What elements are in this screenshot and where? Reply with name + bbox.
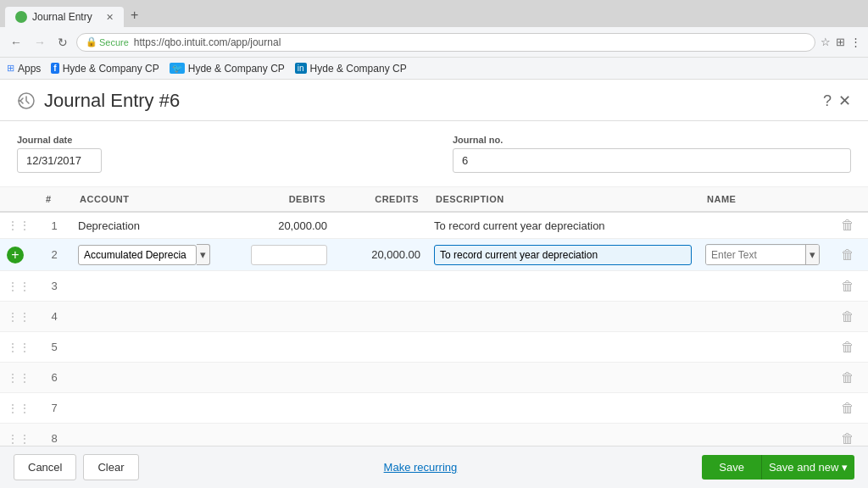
nav-bar: ← → ↻ 🔒 Secure https://qbo.intuit.com/ap… [0, 27, 868, 58]
name-cell [698, 363, 834, 393]
new-tab-button[interactable]: + [124, 3, 145, 27]
table-section: # ACCOUNT DEBITS CREDITS DESCRIPTION NAM… [0, 187, 868, 454]
help-button[interactable]: ? [823, 92, 832, 110]
account-cell [71, 302, 241, 332]
debit-cell [241, 302, 334, 332]
description-cell [427, 332, 698, 363]
active-tab[interactable]: Journal Entry ✕ [5, 7, 124, 27]
description-cell [427, 393, 698, 424]
bookmark-hyde-1[interactable]: f Hyde & Company CP [51, 63, 159, 75]
name-cell [698, 212, 834, 239]
drag-handle[interactable]: ⋮⋮ [7, 371, 31, 385]
debit-cell [241, 239, 334, 271]
row-number: 2 [37, 239, 71, 271]
col-header-credits: CREDITS [334, 187, 427, 212]
account-cell [71, 332, 241, 363]
table-row-active: + 2 ▾ 20,000.00 [0, 239, 868, 271]
debit-cell [241, 332, 334, 363]
account-cell [71, 363, 241, 393]
drag-handle[interactable]: ⋮⋮ [7, 219, 31, 232]
credit-cell [334, 393, 427, 424]
tab-icon [15, 11, 27, 23]
table-row: ⋮⋮ 1 Depreciation 20,000.00 To record cu… [0, 212, 868, 239]
debit-input[interactable] [251, 245, 327, 265]
reload-button[interactable]: ↻ [54, 34, 71, 51]
name-cell [698, 332, 834, 363]
drag-handle[interactable]: ⋮⋮ [7, 341, 31, 354]
description-cell [427, 271, 698, 302]
row-number: 5 [37, 332, 71, 363]
drag-handle[interactable]: ⋮⋮ [7, 310, 31, 324]
bookmark-label: Hyde & Company CP [188, 63, 285, 75]
delete-row-button[interactable]: 🗑 [841, 431, 854, 446]
table-header-row: # ACCOUNT DEBITS CREDITS DESCRIPTION NAM… [0, 187, 868, 212]
drag-handle-cell: ⋮⋮ [0, 212, 37, 239]
delete-row-button[interactable]: 🗑 [841, 279, 854, 294]
col-header-action [834, 187, 868, 212]
history-icon [17, 92, 36, 110]
address-text: https://qbo.intuit.com/app/journal [134, 36, 281, 48]
debit-cell [241, 363, 334, 393]
col-header-description: DESCRIPTION [427, 187, 698, 212]
account-input[interactable] [78, 245, 197, 265]
drag-handle-cell: ⋮⋮ [0, 363, 37, 393]
drag-handle[interactable]: ⋮⋮ [7, 402, 31, 415]
description-input[interactable] [434, 245, 692, 265]
table-row: ⋮⋮ 4 🗑 [0, 302, 868, 332]
account-input-group: ▾ [78, 244, 234, 265]
name-cell [698, 393, 834, 424]
delete-row-button[interactable]: 🗑 [841, 401, 854, 416]
name-dropdown-button[interactable]: ▾ [805, 245, 819, 264]
row-number: 1 [37, 212, 71, 239]
delete-row-button[interactable]: 🗑 [841, 218, 854, 233]
name-input-group: ▾ [705, 244, 820, 265]
delete-row-button[interactable]: 🗑 [841, 247, 854, 263]
address-bar[interactable]: 🔒 Secure https://qbo.intuit.com/app/jour… [76, 33, 815, 52]
drag-handle[interactable]: ⋮⋮ [7, 432, 31, 446]
table-row: ⋮⋮ 7 🗑 [0, 393, 868, 424]
col-header-account: ACCOUNT [71, 187, 241, 212]
nav-icons: ☆ ⊞ ⋮ [821, 36, 861, 48]
app-header: Journal Entry #6 ? ✕ [0, 80, 868, 121]
journal-table: # ACCOUNT DEBITS CREDITS DESCRIPTION NAM… [0, 187, 868, 454]
page-title: Journal Entry #6 [44, 90, 180, 112]
col-header-debits: DEBITS [241, 187, 334, 212]
bookmark-label: Hyde & Company CP [310, 63, 407, 75]
bookmark-icon[interactable]: ☆ [821, 36, 831, 48]
account-cell: Depreciation [71, 212, 241, 239]
forward-button[interactable]: → [31, 34, 49, 51]
tab-bar: Journal Entry ✕ + [0, 0, 868, 27]
journal-no-label: Journal no. [453, 135, 851, 145]
delete-row-button[interactable]: 🗑 [841, 340, 854, 355]
account-cell: ▾ [71, 239, 241, 271]
account-dropdown-button[interactable]: ▾ [197, 244, 210, 265]
back-button[interactable]: ← [7, 34, 25, 51]
bookmark-hyde-3[interactable]: in Hyde & Company CP [295, 63, 407, 75]
journal-date-label: Journal date [17, 135, 102, 145]
journal-date-input[interactable] [17, 148, 102, 173]
description-cell [427, 239, 698, 271]
bookmark-apps[interactable]: ⊞ Apps [7, 63, 41, 75]
drag-handle[interactable]: ⋮⋮ [7, 280, 31, 293]
bookmarks-bar: ⊞ Apps f Hyde & Company CP 🐦 Hyde & Comp… [0, 58, 868, 80]
extensions-icon[interactable]: ⊞ [836, 36, 845, 48]
action-cell: 🗑 [834, 393, 868, 424]
delete-row-button[interactable]: 🗑 [841, 370, 854, 385]
delete-row-button[interactable]: 🗑 [841, 309, 854, 324]
tab-label: Journal Entry [32, 11, 92, 23]
drag-handle-cell: ⋮⋮ [0, 271, 37, 302]
journal-no-input[interactable] [453, 148, 851, 173]
name-input[interactable] [706, 246, 805, 264]
action-cell: 🗑 [834, 212, 868, 239]
credit-cell: 20,000.00 [334, 239, 427, 271]
bookmark-hyde-2[interactable]: 🐦 Hyde & Company CP [170, 63, 285, 75]
credit-cell [334, 212, 427, 239]
action-cell: 🗑 [834, 363, 868, 393]
drag-handle-cell: ⋮⋮ [0, 393, 37, 424]
add-row-button[interactable]: + [7, 247, 24, 263]
credit-cell [334, 271, 427, 302]
col-header-name: NAME [698, 187, 834, 212]
menu-icon[interactable]: ⋮ [850, 36, 861, 48]
tab-close-button[interactable]: ✕ [106, 12, 114, 23]
close-button[interactable]: ✕ [838, 92, 851, 110]
